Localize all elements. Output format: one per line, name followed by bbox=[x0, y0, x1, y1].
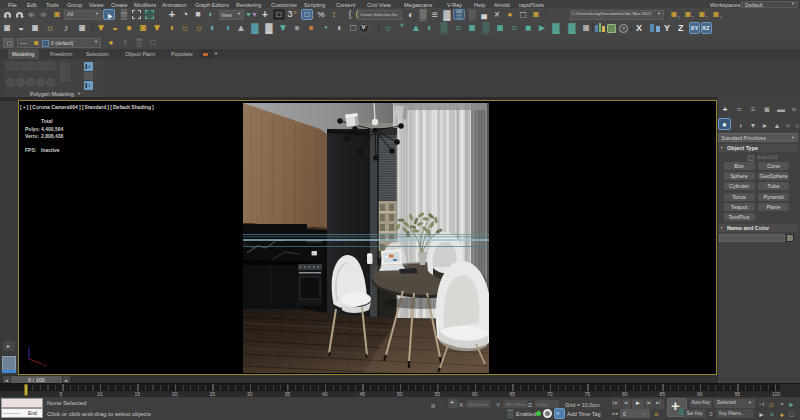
svg-text:x: x bbox=[43, 362, 46, 368]
